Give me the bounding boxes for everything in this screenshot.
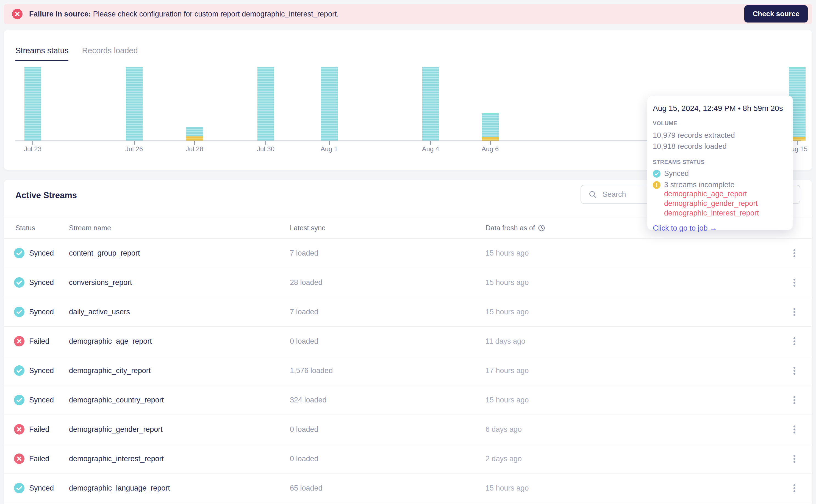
col-latest-sync: Latest sync [290,224,325,232]
status-badge: Failed [29,425,49,434]
records-extracted: 10,979 records extracted [653,130,787,141]
sync-bar-jul-23[interactable] [24,67,41,141]
latest-sync-value: 28 loaded [290,278,323,287]
tooltip-synced-row: Synced [653,169,787,178]
axis-tick [430,141,431,145]
axis-label: Aug 6 [471,145,509,153]
check-source-button[interactable]: Check source [744,5,808,23]
stream-name: daily_active_users [69,308,130,316]
latest-sync-value: 0 loaded [290,337,319,346]
job-tooltip: Aug 15, 2024, 12:49 PM • 8h 59m 20s VOLU… [647,96,793,230]
check-circle-icon [14,277,24,288]
axis-label: Jul 28 [175,145,214,153]
row-menu-icon[interactable] [789,305,800,318]
axis-tick [32,141,33,145]
sync-bar-aug-6[interactable] [482,113,499,141]
bar-synced-segment [24,67,41,141]
latest-sync-value: 65 loaded [290,484,323,492]
tooltip-streams-label: STREAMS STATUS [653,159,787,165]
tooltip-incomplete-row: 3 streams incomplete [653,181,787,189]
x-circle-icon [12,9,23,19]
check-circle-icon [14,248,24,258]
stream-name: demographic_interest_report [69,455,164,463]
go-to-job-link[interactable]: Click to go to job → [653,224,787,233]
row-menu-icon[interactable] [789,423,800,436]
data-fresh-value: 15 hours ago [485,249,529,257]
sync-bar-jul-26[interactable] [126,67,142,141]
stream-name: demographic_gender_report [69,425,163,434]
check-circle-icon [14,395,24,405]
status-badge: Failed [29,455,49,463]
axis-tick [329,141,330,145]
search-icon [588,190,597,199]
status-badge: Synced [29,278,54,287]
row-menu-icon[interactable] [789,335,800,348]
stream-name: demographic_language_report [69,484,170,492]
latest-sync-value: 324 loaded [290,396,327,404]
row-menu-icon[interactable] [789,481,800,495]
check-circle-icon [14,483,24,493]
bar-synced-segment [258,67,274,141]
latest-sync-value: 0 loaded [290,455,319,463]
sync-bar-aug-4[interactable] [422,67,439,141]
table-row[interactable]: Synceddaily_active_users7 loaded15 hours… [4,297,812,327]
axis-label: Jul 23 [13,145,52,153]
check-circle-icon [653,170,661,178]
table-row[interactable]: Faileddemographic_interest_report0 loade… [4,444,812,474]
clock-icon [538,224,545,232]
latest-sync-value: 7 loaded [290,308,319,316]
data-fresh-value: 15 hours ago [485,278,529,287]
axis-tick [490,141,491,145]
row-menu-icon[interactable] [789,276,800,289]
latest-sync-value: 0 loaded [290,425,319,434]
records-loaded: 10,918 records loaded [653,141,787,152]
data-fresh-value: 6 days ago [485,425,522,434]
chart-tabs: Streams status Records loaded [15,45,138,61]
row-menu-icon[interactable] [789,364,800,377]
status-badge: Synced [29,484,54,492]
check-circle-icon [14,365,24,376]
axis-label: Aug 4 [411,145,450,153]
data-fresh-value: 15 hours ago [485,484,529,492]
bar-synced-segment [126,67,142,141]
stream-name: demographic_age_report [69,337,152,346]
status-badge: Synced [29,366,54,375]
data-fresh-value: 11 days ago [485,337,525,346]
error-banner: Failure in source: Please check configur… [4,4,812,24]
stream-name: demographic_city_report [69,366,150,375]
incomplete-stream-link[interactable]: demographic_gender_report [664,199,787,208]
table-row[interactable]: Synceddemographic_city_report1,576 loade… [4,356,812,385]
bar-synced-segment [321,67,338,141]
tab-records-loaded[interactable]: Records loaded [82,45,138,61]
stream-name: conversions_report [69,278,132,287]
row-menu-icon[interactable] [789,393,800,407]
sync-bar-aug-1[interactable] [321,67,338,141]
col-stream-name: Stream name [69,224,111,232]
table-row[interactable]: Faileddemographic_age_report0 loaded11 d… [4,327,812,356]
incomplete-stream-link[interactable]: demographic_age_report [664,189,787,199]
incomplete-stream-link[interactable]: demographic_interest_report [664,208,787,218]
latest-sync-value: 7 loaded [290,249,319,257]
x-circle-icon [14,424,24,435]
data-fresh-value: 17 hours ago [485,366,529,375]
table-row[interactable]: Syncedcontent_group_report7 loaded15 hou… [4,239,812,268]
banner-message: Failure in source: Please check configur… [29,10,339,18]
tab-streams-status[interactable]: Streams status [15,45,68,61]
status-badge: Failed [29,337,49,346]
axis-tick [194,141,195,145]
data-fresh-value: 2 days ago [485,455,522,463]
check-circle-icon [14,307,24,317]
table-row[interactable]: Syncedconversions_report28 loaded15 hour… [4,268,812,297]
axis-tick [797,141,798,145]
row-menu-icon[interactable] [789,247,800,260]
bar-synced-segment [422,67,439,141]
table-row[interactable]: Synceddemographic_country_report324 load… [4,385,812,415]
sync-bar-jul-28[interactable] [186,127,203,141]
status-badge: Synced [29,396,54,404]
table-row[interactable]: Synceddemographic_language_report65 load… [4,474,812,503]
sync-bar-jul-30[interactable] [258,67,274,141]
x-circle-icon [14,453,24,464]
table-row[interactable]: Faileddemographic_gender_report0 loaded6… [4,415,812,444]
row-menu-icon[interactable] [789,452,800,465]
status-badge: Synced [29,249,54,257]
